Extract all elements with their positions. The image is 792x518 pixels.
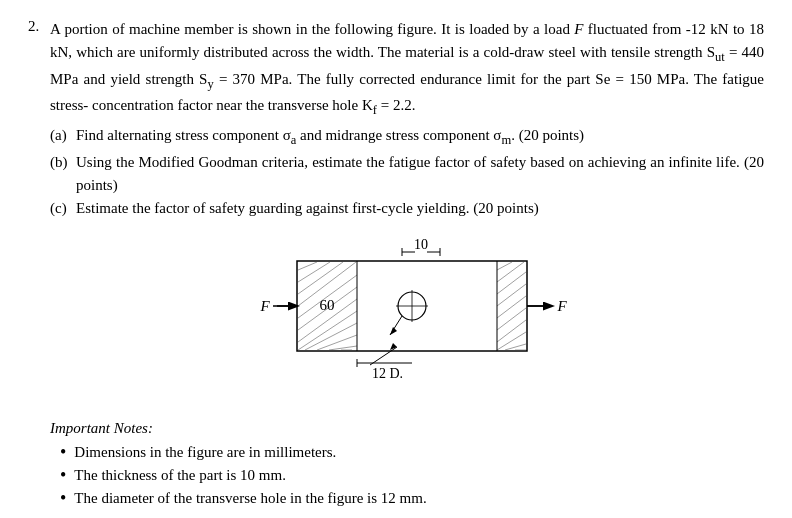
svg-marker-36 bbox=[390, 327, 397, 335]
figure-svg: 10 bbox=[197, 235, 617, 410]
svg-line-21 bbox=[497, 262, 512, 270]
svg-line-8 bbox=[298, 262, 330, 282]
svg-line-27 bbox=[497, 320, 526, 342]
svg-text:60: 60 bbox=[320, 297, 335, 313]
svg-line-23 bbox=[497, 272, 526, 294]
note-text-2: The thickness of the part is 10 mm. bbox=[74, 464, 286, 487]
svg-line-7 bbox=[298, 262, 317, 270]
problem-container: 2. A portion of machine member is shown … bbox=[28, 18, 764, 511]
problem-body: A portion of machine member is shown in … bbox=[50, 18, 764, 511]
svg-marker-45 bbox=[543, 302, 551, 310]
note-text-3: The diameter of the transverse hole in t… bbox=[74, 487, 426, 510]
bullet-3: • bbox=[60, 487, 66, 510]
svg-text:12 D.: 12 D. bbox=[372, 366, 403, 381]
bullet-2: • bbox=[60, 464, 66, 487]
note-item-3: • The diameter of the transverse hole in… bbox=[60, 487, 764, 510]
problem-number: 2. bbox=[28, 18, 50, 511]
sub-label-c: (c) bbox=[50, 197, 72, 220]
sub-item-a: (a) Find alternating stress component σa… bbox=[50, 124, 764, 150]
svg-line-49 bbox=[370, 347, 397, 365]
svg-line-29 bbox=[505, 344, 526, 350]
svg-line-15 bbox=[305, 323, 357, 350]
svg-line-17 bbox=[329, 346, 357, 350]
right-hatch bbox=[497, 262, 526, 350]
svg-marker-43 bbox=[288, 302, 296, 310]
svg-line-25 bbox=[497, 296, 526, 318]
svg-line-22 bbox=[497, 262, 524, 282]
sub-text-a: Find alternating stress component σa and… bbox=[76, 124, 584, 150]
intro-paragraph: A portion of machine member is shown in … bbox=[50, 18, 764, 120]
svg-line-14 bbox=[298, 311, 357, 350]
note-item-2: • The thickness of the part is 10 mm. bbox=[60, 464, 764, 487]
figure-area: 10 bbox=[50, 235, 764, 410]
notes-section: Important Notes: • Dimensions in the fig… bbox=[50, 420, 764, 511]
note-item-1: • Dimensions in the figure are in millim… bbox=[60, 441, 764, 464]
sub-text-b: Using the Modified Goodman criteria, est… bbox=[76, 151, 764, 198]
bullet-1: • bbox=[60, 441, 66, 464]
sub-item-b: (b) Using the Modified Goodman criteria,… bbox=[50, 151, 764, 198]
sub-label-a: (a) bbox=[50, 124, 72, 150]
problem-text: A portion of machine member is shown in … bbox=[50, 18, 764, 120]
sub-label-b: (b) bbox=[50, 151, 72, 198]
sub-item-c: (c) Estimate the factor of safety guardi… bbox=[50, 197, 764, 220]
notes-title: Important Notes: bbox=[50, 420, 764, 437]
sub-items: (a) Find alternating stress component σa… bbox=[50, 124, 764, 220]
svg-line-26 bbox=[497, 308, 526, 330]
svg-text:10: 10 bbox=[414, 237, 428, 252]
svg-line-28 bbox=[497, 332, 526, 350]
svg-text:F: F bbox=[259, 298, 270, 314]
svg-line-24 bbox=[497, 284, 526, 306]
svg-text:F: F bbox=[556, 298, 567, 314]
sub-text-c: Estimate the factor of safety guarding a… bbox=[76, 197, 539, 220]
note-text-1: Dimensions in the figure are in millimet… bbox=[74, 441, 336, 464]
svg-line-16 bbox=[317, 335, 357, 350]
